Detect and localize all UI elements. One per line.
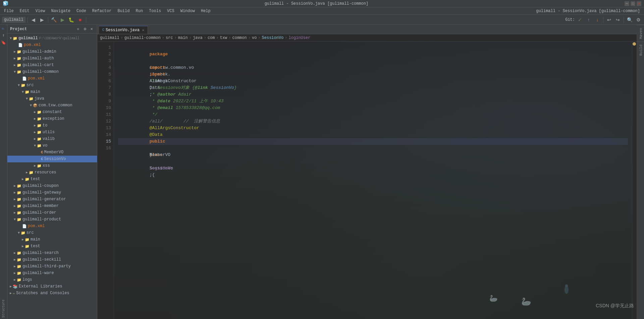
git-push-button[interactable]: ↑ xyxy=(585,16,592,23)
breadcrumb-src[interactable]: src xyxy=(166,36,173,40)
minimize-button[interactable]: ─ xyxy=(625,1,629,6)
git-check-button[interactable]: ✓ xyxy=(576,16,584,23)
breadcrumb-loginuser-icon[interactable]: loginUser xyxy=(289,36,311,40)
line-num-8: 8 xyxy=(97,91,111,98)
menu-vcs[interactable]: VCS xyxy=(164,8,177,14)
tree-item-resources[interactable]: ▶ 📁 resources xyxy=(7,169,97,176)
tree-item-seckill[interactable]: ▶ 📁 gulimall-seckill xyxy=(7,256,97,263)
tree-item-constant[interactable]: ▶ 📁 constant xyxy=(7,109,97,115)
menu-refactor[interactable]: Refactor xyxy=(90,8,114,14)
tree-item-member-vo[interactable]: C MemberVO xyxy=(7,149,97,156)
tree-item-product-test[interactable]: ▶ 📁 test xyxy=(7,243,97,250)
menu-edit[interactable]: Edit xyxy=(17,8,32,14)
tree-item-logs[interactable]: ▶ 📁 logs xyxy=(7,276,97,283)
tree-item-generator[interactable]: ▶ 📁 gulimall-generator xyxy=(7,196,97,203)
tree-item-auth[interactable]: ▶ 📁 gulimall-auth xyxy=(7,55,97,62)
maximize-button[interactable]: □ xyxy=(631,1,635,6)
breadcrumb-main[interactable]: main xyxy=(178,36,188,40)
tree-item-root[interactable]: ▼ 📁 gulimall F:\IDEAWork\gulimall xyxy=(7,35,97,42)
right-tab-maven[interactable]: Maven xyxy=(637,25,644,42)
tree-item-coupon[interactable]: ▶ 📁 gulimall-coupon xyxy=(7,182,97,189)
tree-item-src[interactable]: ▼ 📁 src xyxy=(7,82,97,89)
run-button[interactable]: ▶ xyxy=(59,16,66,23)
search-button[interactable]: 🔍 xyxy=(626,16,633,23)
left-icon-project[interactable]: P xyxy=(1,26,6,31)
breadcrumb-vo[interactable]: vo xyxy=(252,36,257,40)
menu-help[interactable]: Help xyxy=(198,8,213,14)
menu-window[interactable]: Window xyxy=(178,8,198,14)
tab-close-button[interactable]: ✕ xyxy=(142,28,144,32)
debug-button[interactable]: 🐛 xyxy=(68,16,75,23)
breadcrumb-txw[interactable]: txw xyxy=(220,36,227,40)
tree-item-common-pom[interactable]: 📄 pom.xml xyxy=(7,75,97,82)
breadcrumb-com[interactable]: com xyxy=(208,36,215,40)
left-icon-commit[interactable]: ⬆ xyxy=(1,32,7,38)
tree-item-root-pom[interactable]: 📄 pom.xml xyxy=(7,42,97,48)
tree-item-valib[interactable]: ▶ 📁 valib xyxy=(7,136,97,142)
tree-item-cart[interactable]: ▶ 📁 gulimall-cart xyxy=(7,62,97,68)
tree-item-scratches[interactable]: ▶ ✏️ Scratches and Consoles xyxy=(7,290,97,297)
tree-item-member[interactable]: ▶ 📁 gulimall-member xyxy=(7,203,97,209)
menu-file[interactable]: File xyxy=(1,8,16,14)
tree-item-ware[interactable]: ▶ 📁 gulimall-ware xyxy=(7,270,97,276)
left-icon-bookmarks[interactable]: 🔖 xyxy=(1,40,7,46)
tree-item-package[interactable]: ▼ 📦 com.txw.common xyxy=(7,102,97,109)
stop-button[interactable]: ■ xyxy=(76,16,84,23)
tree-item-main[interactable]: ▼ 📁 main xyxy=(7,89,97,95)
settings-button[interactable]: ⚙ xyxy=(635,16,642,23)
breadcrumb-java[interactable]: java xyxy=(193,36,203,40)
git-pull-button[interactable]: ↓ xyxy=(594,16,601,23)
tree-item-product[interactable]: ▼ 📁 gulimall-product xyxy=(7,216,97,223)
code-content[interactable]: 🦢 🦢 package com.txw.common.vo ; xyxy=(114,42,632,319)
valib-folder-icon: 📁 xyxy=(37,137,42,141)
ware-label: gulimall-ware xyxy=(22,271,54,275)
tree-item-product-src[interactable]: ▼ 📁 src xyxy=(7,229,97,236)
tree-item-admin[interactable]: ▶ 📁 gulimall-admin xyxy=(7,48,97,55)
tree-item-vo[interactable]: ▼ 📁 vo xyxy=(7,142,97,149)
menu-run[interactable]: Run xyxy=(133,8,146,14)
forward-button[interactable]: ▶ xyxy=(39,16,46,23)
menu-code[interactable]: Code xyxy=(74,8,89,14)
breadcrumb-gulimall[interactable]: gulimall xyxy=(100,36,119,40)
redo-button[interactable]: ↪ xyxy=(614,16,622,23)
project-panel-close[interactable]: ✕ xyxy=(89,26,94,32)
breadcrumb-sessionvo-icon[interactable]: SessionVo xyxy=(262,36,284,40)
tree-item-ext-lib[interactable]: ▶ 📚 External Libraries xyxy=(7,283,97,290)
menu-navigate[interactable]: Navigate xyxy=(48,8,73,14)
code-line-5: /** xyxy=(118,71,628,78)
tab-session-vo[interactable]: C SessionVo.java ✕ xyxy=(99,26,148,34)
tree-item-test-common[interactable]: ▶ 📁 test xyxy=(7,176,97,182)
tree-item-gateway[interactable]: ▶ 📁 gulimall-gateway xyxy=(7,189,97,196)
tree-item-order[interactable]: ▶ 📁 gulimall-order xyxy=(7,209,97,216)
tree-item-to[interactable]: ▶ 📁 to xyxy=(7,122,97,129)
project-panel-settings[interactable]: ⚙ xyxy=(82,26,88,32)
tree-item-search[interactable]: ▶ 📁 gulimall-search xyxy=(7,250,97,256)
tree-item-java[interactable]: ▼ 📁 java xyxy=(7,95,97,102)
tree-item-third-party[interactable]: ▶ 📁 gulimall-third-party xyxy=(7,263,97,270)
close-button[interactable]: ✕ xyxy=(637,1,641,6)
breadcrumb-common-pkg[interactable]: common xyxy=(232,36,247,40)
pom-icon-3: 📄 xyxy=(22,224,27,228)
warning-indicator[interactable] xyxy=(633,42,636,46)
menu-build[interactable]: Build xyxy=(115,8,132,14)
tree-item-product-main[interactable]: ▶ 📁 main xyxy=(7,236,97,243)
build-button[interactable]: 🔨 xyxy=(50,16,58,23)
menu-view[interactable]: View xyxy=(33,8,48,14)
project-panel-collapse-all[interactable]: ≡ xyxy=(75,26,81,32)
undo-button[interactable]: ↩ xyxy=(605,16,613,23)
code-text[interactable]: package com.txw.common.vo ; import lombo… xyxy=(118,44,628,152)
tree-item-xss[interactable]: ▶ 📁 xss xyxy=(7,162,97,169)
ext-lib-label: External Libraries xyxy=(19,284,62,289)
tree-item-session-vo[interactable]: C SessionVo xyxy=(7,156,97,162)
menu-tools[interactable]: Tools xyxy=(146,8,164,14)
left-icon-structure[interactable]: Structure xyxy=(1,298,6,319)
project-selector[interactable]: gulimall xyxy=(2,17,25,23)
back-button[interactable]: ◀ xyxy=(30,16,37,23)
tree-item-exception[interactable]: ▶ 📁 exception xyxy=(7,115,97,122)
tree-item-product-pom[interactable]: 📄 pom.xml xyxy=(7,223,97,229)
right-tab-build[interactable]: Build xyxy=(637,42,644,58)
tree-item-utils[interactable]: ▶ 📁 utils xyxy=(7,129,97,136)
breadcrumb-common[interactable]: gulimall-common xyxy=(124,36,161,40)
product-src-icon: 📁 xyxy=(21,231,25,235)
tree-item-common[interactable]: ▼ 📁 gulimall-common xyxy=(7,68,97,75)
